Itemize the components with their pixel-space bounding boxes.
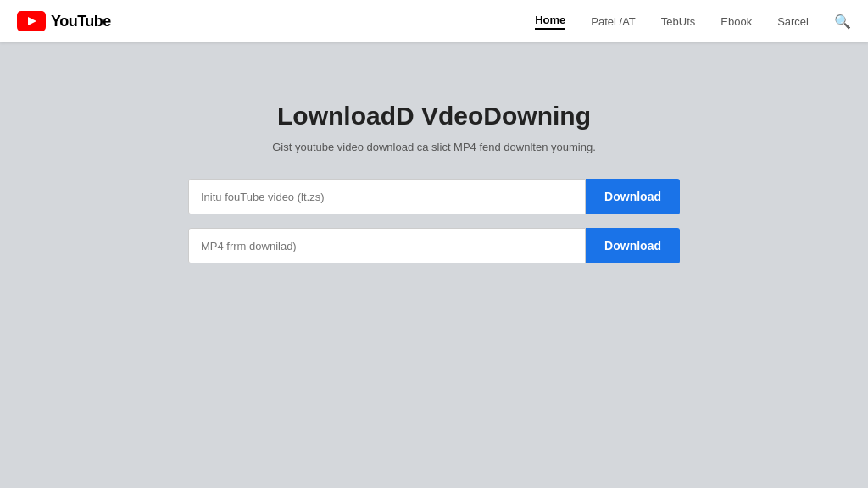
- navbar: YouTube Home Patel /AT TebUts Ebook Sarc…: [0, 0, 868, 42]
- logo: YouTube: [17, 11, 111, 31]
- input-row-1: Download: [188, 179, 680, 214]
- url-input-2[interactable]: [188, 228, 586, 263]
- nav-links: Home Patel /AT TebUts Ebook Sarcel 🔍: [535, 14, 851, 30]
- nav-patel[interactable]: Patel /AT: [591, 15, 636, 28]
- page-title: LownloadD VdeoDowning: [277, 102, 591, 130]
- main-content: LownloadD VdeoDowning Gist youtube video…: [0, 42, 868, 277]
- nav-ebook[interactable]: Ebook: [721, 15, 752, 28]
- nav-home[interactable]: Home: [535, 14, 565, 30]
- logo-text: YouTube: [51, 13, 111, 30]
- download-button-2[interactable]: Download: [586, 228, 680, 263]
- download-button-1[interactable]: Download: [586, 179, 680, 214]
- page-subtitle: Gist youtube video download ca slict MP4…: [272, 141, 596, 153]
- input-row-2: Download: [188, 228, 680, 263]
- youtube-icon: [17, 11, 46, 31]
- search-button[interactable]: 🔍: [834, 14, 851, 30]
- nav-sarcel[interactable]: Sarcel: [777, 15, 809, 28]
- nav-tebuts[interactable]: TebUts: [661, 15, 695, 28]
- url-input-1[interactable]: [188, 179, 586, 214]
